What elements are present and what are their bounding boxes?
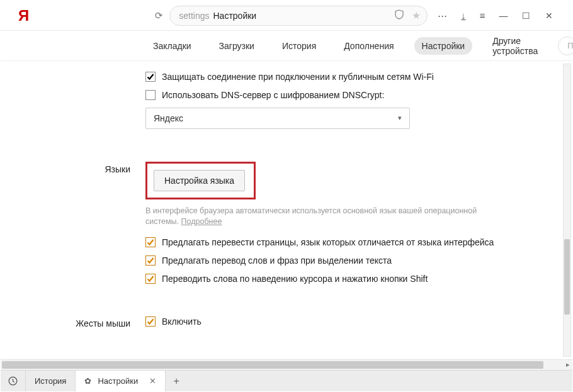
more-icon[interactable]: ⋯ [438, 10, 447, 21]
tab-devices[interactable]: Другие устройства [485, 32, 545, 60]
omnibox-title: Настройки [213, 11, 257, 21]
window-minimize-icon[interactable]: — [499, 11, 508, 21]
tab-settings[interactable]: Настройки [414, 37, 473, 55]
label-hover-shift: Переводить слова по наведению курсора и … [162, 273, 428, 285]
dns-server-value: Яндекс [154, 113, 183, 123]
bookmark-star-icon[interactable]: ★ [412, 9, 421, 21]
tab-settings-bottom[interactable]: ✿ Настройки ✕ [76, 371, 166, 391]
reload-icon[interactable]: ⟳ [149, 10, 169, 21]
window-close-icon[interactable]: ✕ [545, 11, 553, 21]
language-settings-button[interactable]: Настройка языка [154, 170, 245, 191]
omnibox[interactable]: settings Настройки ★ [169, 6, 428, 26]
dns-server-select[interactable]: Яндекс ▾ [145, 108, 410, 129]
label-translate-selection: Предлагать перевод слов и фраз при выдел… [162, 255, 392, 267]
checkbox-hover-shift[interactable] [145, 274, 156, 284]
omnibox-scheme: settings [179, 11, 209, 21]
scroll-right-arrow-icon[interactable]: ▸ [566, 361, 570, 369]
window-maximize-icon[interactable]: ☐ [522, 11, 531, 21]
menu-icon[interactable]: ≡ [480, 10, 485, 21]
checkbox-dnscrypt[interactable] [145, 90, 156, 100]
tab-addons[interactable]: Дополнения [336, 37, 401, 55]
settings-nav: Закладки Загрузки История Дополнения Нас… [1, 31, 572, 61]
chevron-down-icon: ▾ [398, 114, 402, 122]
tab-settings-label: Настройки [98, 376, 138, 386]
vertical-scroll-thumb[interactable] [564, 239, 570, 315]
tab-close-icon[interactable]: ✕ [149, 376, 156, 386]
tab-history[interactable]: История [275, 37, 324, 55]
horizontal-scroll-thumb[interactable] [2, 361, 543, 369]
new-tab-button[interactable]: + [166, 371, 187, 391]
settings-content: Защищать соединение при подключении к пу… [1, 61, 572, 359]
vertical-scrollbar[interactable] [563, 64, 571, 357]
tab-history-label: История [35, 376, 66, 386]
yandex-logo: Я [18, 7, 29, 25]
downloads-icon[interactable]: ↓ [461, 10, 466, 21]
label-dnscrypt: Использовать DNS-сервер с шифрованием DN… [162, 89, 384, 101]
tabstrip: История ✿ Настройки ✕ + [1, 370, 572, 391]
gear-icon: ✿ [84, 376, 91, 386]
checkbox-translate-pages[interactable] [145, 237, 156, 247]
label-translate-pages: Предлагать перевести страницы, язык кото… [162, 237, 494, 249]
tab-history-bottom[interactable]: История [26, 371, 76, 391]
settings-search-input[interactable]: Поиск н [558, 36, 573, 55]
label-gestures-enable: Включить [162, 316, 201, 328]
checkbox-translate-selection[interactable] [145, 255, 156, 266]
section-gestures-label: Жесты мыши [1, 316, 145, 328]
tab-downloads[interactable]: Загрузки [212, 37, 262, 55]
tab-bookmarks[interactable]: Закладки [145, 37, 199, 55]
annotation-highlight: Настройка языка [145, 162, 256, 199]
languages-more-link[interactable]: Подробнее [181, 217, 222, 226]
checkbox-gestures-enable[interactable] [145, 316, 156, 327]
languages-hint: В интерфейсе браузера автоматически испо… [145, 206, 498, 228]
label-wifi-protect: Защищать соединение при подключении к пу… [162, 71, 434, 83]
protect-icon[interactable] [390, 9, 408, 21]
titlebar: Я ⟳ settings Настройки ★ ⋯ ↓ ≡ — ☐ ✕ [1, 1, 572, 31]
recent-icon[interactable] [1, 371, 26, 391]
horizontal-scrollbar[interactable]: ▸ [1, 359, 572, 370]
section-languages-label: Языки [1, 162, 145, 174]
checkbox-wifi-protect[interactable] [145, 72, 156, 82]
